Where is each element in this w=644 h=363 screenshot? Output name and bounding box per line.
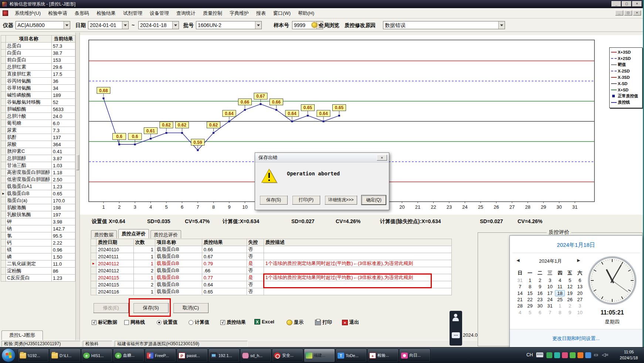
calendar-day[interactable]: 7 [545, 309, 555, 316]
list-item[interactable]: 镁0.96 [1, 246, 75, 253]
list-item[interactable]: 二氧化碳测定11.0 [1, 261, 75, 268]
keyboard-icon[interactable] [536, 352, 543, 357]
calendar-day[interactable]: 10 [545, 283, 555, 290]
calendar-day[interactable]: 4 [515, 309, 525, 316]
qc-tab-1[interactable]: 质控点评价 [118, 229, 149, 238]
cancel-button[interactable]: 取消(C) [173, 303, 209, 313]
menu-item-8[interactable]: 字典维护 [226, 9, 252, 18]
dialog-details-button[interactable]: 详细情况>>> [325, 195, 357, 205]
list-item[interactable]: 胆碱酯酶5633 [1, 106, 75, 113]
orange-app-icon[interactable] [577, 352, 583, 358]
qc-point-marker[interactable] [134, 144, 136, 145]
taskbar-button-10[interactable]: TToDe... [336, 349, 367, 362]
taskbar-button-9[interactable]: 福建... [304, 349, 335, 362]
instrument-combo[interactable]: AC|AU5800 [16, 21, 70, 29]
date-to-combo[interactable]: 2024-01-18 [138, 21, 179, 29]
calendar-day[interactable]: 1 [525, 277, 535, 283]
taskbar-button-4[interactable]: FFreeP... [145, 349, 176, 362]
qc-point-marker[interactable] [275, 109, 277, 111]
list-item[interactable]: 碱性磷酸酶189 [1, 92, 75, 99]
list-item[interactable]: 甘油三酯1.03 [1, 162, 75, 169]
list-item[interactable]: 钙2.22 [1, 239, 75, 246]
calendar-day[interactable]: 5 [565, 277, 575, 283]
taskbar-button-1[interactable]: D:\LI... [50, 349, 81, 362]
list-item[interactable]: 直接胆红素17.5 [1, 71, 75, 78]
calendar-day[interactable]: 14 [515, 290, 525, 296]
qc-point-marker[interactable] [228, 120, 230, 122]
taskbar-button-6[interactable]: 192.1... [209, 349, 240, 362]
calendar-day[interactable]: 22 [525, 296, 535, 303]
list-item[interactable]: 前白蛋白153 [1, 57, 75, 64]
radio-icon[interactable] [157, 320, 162, 325]
calendar-day[interactable]: 7 [515, 283, 525, 290]
taskbar-button-3[interactable]: e血糖... [113, 349, 144, 362]
calendar-day[interactable]: 2 [535, 277, 545, 283]
calendar-day[interactable]: 29 [525, 303, 535, 309]
checkbox-icon[interactable]: √ [92, 320, 96, 325]
calendar-day-selected[interactable]: 18 [555, 290, 565, 296]
calendar-day[interactable]: 4 [555, 277, 565, 283]
taskbar-button-7[interactable]: sd_h... [240, 349, 271, 362]
calendar-day[interactable]: 10 [575, 309, 585, 316]
qc-point-marker[interactable] [323, 120, 325, 122]
display-button[interactable]: 显示 [287, 319, 304, 326]
dialog-print-button[interactable]: 打印(P) [292, 195, 320, 205]
chevron-down-icon[interactable] [122, 21, 128, 29]
list-item[interactable]: 钠142.7 [1, 225, 75, 232]
list-item[interactable]: 低密度脂蛋白胆固醇2.50 [1, 176, 75, 183]
chevron-down-icon[interactable] [498, 21, 505, 29]
qc-point-marker[interactable] [307, 115, 309, 117]
calendar-day[interactable]: 8 [555, 309, 565, 316]
list-item[interactable]: 磷1.50 [1, 253, 75, 261]
close-button[interactable]: × [632, 1, 642, 7]
taskbar-button-0[interactable]: \\192... [18, 349, 49, 362]
taskbar-button-11[interactable]: +检验... [367, 349, 399, 362]
menu-item-2[interactable]: 条形码 [71, 9, 93, 18]
network-monitor-icon[interactable]: ▭ [594, 352, 598, 357]
list-item[interactable]: 总胆固醇3.87 [1, 155, 75, 162]
chevron-down-icon[interactable] [172, 21, 179, 29]
calendar-day[interactable]: 31 [545, 303, 555, 309]
menu-item-1[interactable]: 检验申请 [44, 9, 71, 18]
list-item[interactable]: 谷草转氨酶34 [1, 85, 75, 92]
qc-point-marker[interactable] [197, 149, 199, 151]
volume-icon[interactable]: ◁= [602, 352, 609, 357]
tray-clock[interactable]: 11:052024/1/18 [615, 349, 643, 361]
list-item[interactable]: 钾3.98 [1, 218, 75, 225]
qc-table-row-0[interactable]: 202401101载脂蛋白B0.66否 [91, 246, 452, 253]
pink-app-icon[interactable] [562, 352, 568, 358]
chat-bubble-icon[interactable]: … [452, 332, 460, 338]
calendar-day[interactable]: 19 [565, 290, 575, 296]
menu-item-0[interactable]: 系统维护(U) [11, 9, 44, 18]
calendar-day[interactable]: 3 [545, 277, 555, 283]
calendar-day[interactable]: 5 [525, 309, 535, 316]
radio-calc-value[interactable]: 计算值 [189, 319, 209, 326]
qc-point-marker[interactable] [260, 103, 262, 105]
list-item[interactable]: 肌酐137 [1, 134, 75, 141]
qc-point-marker[interactable] [338, 115, 340, 117]
exit-button[interactable]: ×退出 [342, 319, 359, 326]
dialog-close-button[interactable]: × [377, 155, 387, 161]
qc-table-row-1[interactable]: 202401111载脂蛋白B0.67否 [91, 253, 452, 260]
menu-item-9[interactable]: 报表 [252, 9, 270, 18]
calendar-day[interactable]: 28 [515, 303, 525, 309]
green-app-icon[interactable] [546, 352, 552, 358]
start-button[interactable] [1, 348, 16, 362]
list-item[interactable]: 淀粉酶86 [1, 268, 75, 275]
list-item[interactable]: 葡萄糖6.0 [1, 120, 75, 127]
checkbox-mark-data[interactable]: √标记数据 [92, 319, 117, 326]
menu-item-3[interactable]: 检验结果 [93, 9, 119, 18]
scrollbar-thumb[interactable] [76, 155, 79, 170]
taskbar-button-5[interactable]: Ppasst... [177, 349, 208, 362]
list-item[interactable]: 总胆红素29.6 [1, 64, 75, 71]
contact-person-icon[interactable] [453, 314, 459, 322]
list-item[interactable]: 总蛋白57.3 [1, 43, 75, 50]
calendar-day[interactable]: 12 [565, 283, 575, 290]
excel-button[interactable]: XExcel [254, 319, 274, 325]
calendar-day[interactable]: 16 [535, 290, 545, 296]
qc-point-marker[interactable] [291, 120, 293, 122]
list-item[interactable]: 氯95.5 [1, 232, 75, 239]
list-item[interactable]: 尿素7.3 [1, 127, 75, 134]
print-button[interactable]: 打印 [315, 319, 332, 326]
list-item[interactable]: 载脂蛋白A11.23 [1, 183, 75, 190]
